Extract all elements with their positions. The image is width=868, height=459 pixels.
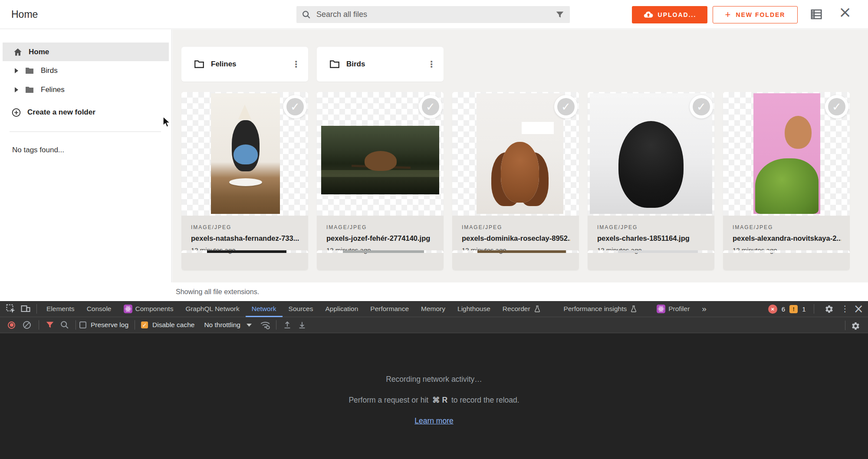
warning-badge-icon[interactable]: !: [789, 305, 798, 313]
search-input[interactable]: [316, 10, 555, 19]
expand-caret-icon[interactable]: [15, 68, 18, 73]
export-har-button[interactable]: [295, 318, 309, 331]
disable-cache-checkbox[interactable]: ✓ Disable cache: [141, 321, 194, 329]
chevron-down-icon: [247, 324, 252, 327]
sidebar-item-felines[interactable]: Felines: [0, 80, 171, 99]
upload-button[interactable]: UPLOAD...: [632, 6, 707, 23]
checkbox-checked-icon[interactable]: ✓: [141, 321, 148, 328]
devtools-menu-kebab-icon[interactable]: ⋮: [841, 307, 849, 311]
select-check-button[interactable]: ✓: [554, 95, 578, 118]
select-check-button[interactable]: ✓: [825, 95, 848, 118]
file-card: [452, 250, 579, 253]
sidebar-item-home[interactable]: Home: [3, 43, 169, 61]
folder-outline-icon: [329, 59, 340, 70]
close-widget-button[interactable]: ×: [838, 4, 852, 20]
toolbar-separator: [276, 320, 276, 330]
hint-suffix: to record the reload.: [451, 396, 519, 404]
file-card[interactable]: ✓ IMAGE/JPEG pexels-dominika-roseclay-89…: [452, 92, 579, 270]
search-icon: [60, 320, 69, 330]
inspect-element-button[interactable]: [3, 302, 18, 315]
tab-performance[interactable]: Performance: [364, 301, 415, 317]
tab-label: Profiler: [668, 305, 690, 313]
tab-lighthouse[interactable]: Lighthouse: [451, 301, 496, 317]
tab-graphql-network[interactable]: GraphQL Network: [179, 301, 245, 317]
folder-card-birds[interactable]: Birds ⋮: [317, 47, 444, 82]
devtools-panel: Elements Console Components GraphQL Netw…: [0, 301, 868, 459]
tab-performance-insights[interactable]: Performance insights: [558, 301, 644, 317]
file-card[interactable]: ✓ IMAGE/JPEG pexels-charles-1851164.jpg …: [588, 92, 714, 270]
react-icon: [124, 305, 132, 313]
folder-row: Felines ⋮ Birds ⋮: [181, 47, 868, 82]
import-har-button[interactable]: [280, 318, 295, 331]
network-conditions-button[interactable]: [258, 318, 273, 331]
tab-components[interactable]: Components: [118, 301, 180, 317]
download-arrow-icon: [297, 320, 307, 330]
file-card[interactable]: ✓ IMAGE/JPEG pexels-alexandra-novitskaya…: [723, 92, 850, 270]
devtools-settings-button[interactable]: [822, 302, 837, 315]
device-toolbar-button[interactable]: [18, 302, 33, 315]
file-card: [723, 250, 850, 253]
devtools-close-button[interactable]: ×: [854, 303, 864, 315]
photo-shape: [229, 178, 262, 186]
photo-shape: [755, 158, 819, 214]
tab-sources[interactable]: Sources: [283, 301, 319, 317]
tab-label: Recorder: [503, 305, 530, 313]
clear-network-log-button[interactable]: [23, 321, 31, 329]
photo-shape: [618, 121, 684, 208]
network-panel-content: Recording network activity… Perform a re…: [0, 333, 868, 459]
file-name: pexels-alexandra-novitskaya-2...: [733, 234, 841, 243]
error-badge-icon[interactable]: ×: [768, 305, 777, 314]
photo-dog-green-coat: [753, 93, 820, 214]
expand-caret-icon[interactable]: [15, 87, 18, 92]
throttling-dropdown[interactable]: No throttling: [204, 321, 252, 329]
create-new-folder-button[interactable]: Create a new folder: [0, 103, 171, 122]
network-settings-button[interactable]: [848, 319, 863, 332]
tab-console[interactable]: Console: [81, 301, 118, 317]
more-tabs-button[interactable]: »: [696, 301, 713, 317]
preserve-log-label: Preserve log: [91, 321, 128, 329]
search-box[interactable]: [296, 6, 570, 23]
folder-menu-kebab-icon[interactable]: ⋮: [292, 62, 300, 67]
hint-message: Perform a request or hit ⌘ R to record t…: [349, 396, 519, 405]
tab-network[interactable]: Network: [246, 301, 283, 317]
record-network-log-button[interactable]: [8, 321, 15, 329]
file-card[interactable]: ✓ IMAGE/JPEG pexels-natasha-fernandez-73…: [181, 92, 308, 270]
files-row: ✓ IMAGE/JPEG pexels-natasha-fernandez-73…: [181, 92, 868, 270]
filter-icon[interactable]: [555, 10, 565, 20]
tab-memory[interactable]: Memory: [415, 301, 451, 317]
hint-prefix: Perform a request or hit: [349, 396, 428, 404]
preserve-log-checkbox[interactable]: Preserve log: [79, 321, 128, 329]
folder-outline-icon: [194, 59, 205, 70]
toolbar-separator: [39, 320, 39, 330]
select-check-button[interactable]: ✓: [283, 95, 307, 118]
network-filter-button[interactable]: [43, 318, 57, 331]
new-folder-button[interactable]: + NEW FOLDER: [713, 6, 798, 23]
folder-menu-kebab-icon[interactable]: ⋮: [427, 62, 436, 67]
list-view-button[interactable]: [810, 8, 823, 22]
tab-recorder[interactable]: Recorder: [496, 301, 547, 317]
folder-card-felines[interactable]: Felines ⋮: [181, 47, 308, 82]
network-search-button[interactable]: [57, 318, 72, 331]
list-view-icon: [810, 8, 823, 21]
next-row-partial: [181, 250, 850, 253]
photo-shape: [238, 105, 251, 119]
status-bar-text: Showing all file extensions.: [176, 288, 259, 296]
file-name: pexels-dominika-roseclay-8952...: [462, 234, 570, 243]
learn-more-link[interactable]: Learn more: [414, 416, 454, 426]
select-check-button[interactable]: ✓: [419, 95, 442, 118]
check-icon: ✓: [557, 98, 575, 115]
file-name: pexels-charles-1851164.jpg: [597, 234, 706, 243]
sidebar: Home Birds Felines Create a new folder N…: [0, 30, 172, 282]
select-check-button[interactable]: ✓: [690, 95, 713, 118]
checkbox-unchecked-icon[interactable]: [79, 321, 86, 328]
keyboard-shortcut: ⌘ R: [432, 396, 447, 404]
tab-profiler[interactable]: Profiler: [651, 301, 696, 317]
tab-label: Lighthouse: [457, 305, 490, 313]
tab-elements[interactable]: Elements: [40, 301, 81, 317]
inspect-icon: [6, 304, 16, 314]
file-card[interactable]: ✓ IMAGE/JPEG pexels-jozef-fehér-2774140.…: [317, 92, 444, 270]
sidebar-item-birds[interactable]: Birds: [0, 61, 171, 80]
tab-application[interactable]: Application: [319, 301, 364, 317]
folder-name: Felines: [211, 60, 237, 69]
sidebar-divider: [10, 131, 161, 132]
